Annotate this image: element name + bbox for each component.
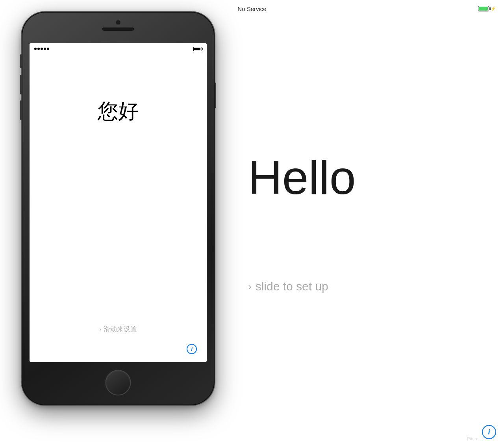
- info-icon-main: i: [488, 428, 490, 436]
- iphone-mockup: 您好 › 滑动来设置 i: [22, 12, 215, 405]
- signal-dot-2: [37, 48, 40, 50]
- slide-to-setup-phone[interactable]: › 滑动来设置: [99, 325, 137, 334]
- front-camera-icon: [115, 20, 121, 25]
- iphone-top-area: [102, 20, 134, 31]
- slide-setup-label: slide to set up: [256, 280, 328, 293]
- hello-chinese-text: 您好: [98, 98, 139, 125]
- phone-battery-icon: [193, 47, 202, 51]
- volume-up-button: [20, 75, 22, 94]
- slide-to-setup-main[interactable]: › slide to set up: [248, 280, 504, 293]
- volume-down-button: [20, 100, 22, 120]
- mute-button: [20, 54, 22, 68]
- home-button[interactable]: [106, 370, 131, 395]
- slide-chevron-phone-icon: ›: [99, 326, 101, 332]
- signal-dot-1: [34, 48, 37, 50]
- info-icon-phone: i: [191, 346, 193, 352]
- phone-status-bar: [30, 43, 207, 54]
- iphone-body: 您好 › 滑动来设置 i: [22, 12, 215, 405]
- info-button-main[interactable]: i: [482, 425, 496, 439]
- slide-label-phone: 滑动来设置: [104, 325, 137, 334]
- hello-large-text: Hello: [248, 154, 504, 201]
- info-button-phone[interactable]: i: [187, 344, 197, 354]
- earpiece-speaker: [102, 28, 134, 31]
- iphone-screen: 您好 › 滑动来设置 i: [30, 43, 207, 362]
- watermark: Piture: [467, 436, 478, 441]
- signal-dot-4: [44, 48, 46, 50]
- power-button: [215, 83, 216, 108]
- slide-chevron-main-icon: ›: [248, 281, 252, 293]
- signal-dot-5: [47, 48, 49, 50]
- signal-dot-3: [41, 48, 43, 50]
- signal-indicator: [34, 48, 49, 50]
- phone-screen-content: 您好 › 滑动来设置 i: [30, 54, 207, 362]
- right-panel: Hello › slide to set up: [232, 0, 504, 447]
- phone-battery-fill: [194, 48, 200, 50]
